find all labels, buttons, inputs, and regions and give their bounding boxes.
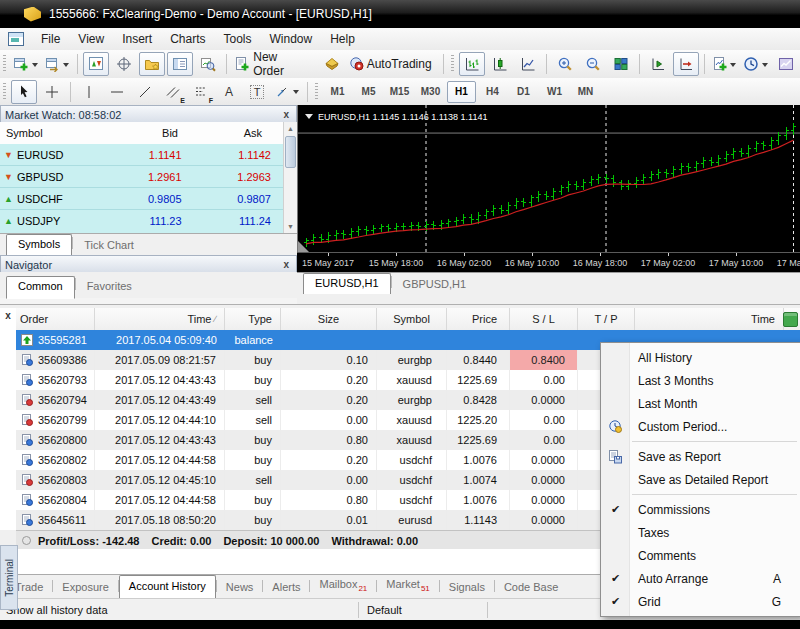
toolbar-grip[interactable] bbox=[315, 83, 318, 101]
column-symbol[interactable]: Symbol bbox=[0, 127, 116, 139]
zoom-in-button[interactable] bbox=[552, 52, 578, 76]
templates-button[interactable] bbox=[773, 52, 799, 76]
menu-view[interactable]: View bbox=[69, 29, 113, 49]
horizontal-line-tool[interactable] bbox=[104, 80, 130, 104]
timeframe-h4[interactable]: H4 bbox=[478, 81, 507, 103]
tab-tick-chart[interactable]: Tick Chart bbox=[73, 236, 145, 255]
menu-item-save-as-detailed-report[interactable]: Save as Detailed Report bbox=[601, 468, 800, 491]
chart-area[interactable]: EURUSD,H1 1.1145 1.1146 1.1138 1.1141 bbox=[297, 105, 800, 252]
chart-shift-toggle[interactable] bbox=[673, 52, 699, 76]
scroll-up-icon[interactable]: ▲ bbox=[284, 122, 297, 135]
menu-insert[interactable]: Insert bbox=[113, 29, 161, 49]
menu-charts[interactable]: Charts bbox=[161, 29, 214, 49]
fibonacci-tool[interactable]: F bbox=[188, 80, 214, 104]
shapes-tool[interactable] bbox=[272, 80, 302, 104]
market-watch-row[interactable]: ▼GBPUSD1.29611.2963 bbox=[0, 166, 284, 188]
header-type[interactable]: Type bbox=[225, 308, 281, 330]
new-order-button[interactable]: New Order bbox=[232, 52, 316, 76]
navigator-toggle[interactable] bbox=[139, 52, 165, 76]
table-grid-icon[interactable] bbox=[783, 312, 798, 327]
profiles-button[interactable] bbox=[43, 52, 73, 76]
timeframe-m1[interactable]: M1 bbox=[323, 81, 352, 103]
vertical-line-tool[interactable] bbox=[76, 80, 102, 104]
market-watch-row[interactable]: ▼EURUSD1.11411.1142 bbox=[0, 144, 284, 166]
terminal-tab-market[interactable]: Market51 bbox=[377, 574, 439, 598]
price-chart[interactable] bbox=[298, 105, 800, 252]
timeframe-m30[interactable]: M30 bbox=[416, 81, 445, 103]
terminal-tab-mailbox[interactable]: Mailbox21 bbox=[310, 574, 376, 598]
strategy-tester-toggle[interactable] bbox=[195, 52, 221, 76]
terminal-tab-account-history[interactable]: Account History bbox=[119, 575, 216, 599]
title-bar[interactable]: 1555666: FxClearing-Demo - Demo Account … bbox=[0, 0, 800, 28]
chart-window-icon[interactable] bbox=[8, 32, 24, 46]
header-size[interactable]: Size bbox=[281, 308, 377, 330]
tab-symbols[interactable]: Symbols bbox=[6, 234, 72, 256]
channel-tool[interactable]: E bbox=[160, 80, 186, 104]
market-watch-toggle[interactable] bbox=[83, 52, 109, 76]
toolbar-grip[interactable] bbox=[451, 55, 454, 73]
close-icon[interactable]: x bbox=[280, 109, 292, 120]
autotrading-button[interactable]: AutoTrading bbox=[347, 52, 438, 76]
bar-chart-button[interactable] bbox=[459, 52, 485, 76]
scroll-down-icon[interactable]: ▼ bbox=[284, 220, 297, 233]
menu-item-last-month[interactable]: Last Month bbox=[601, 392, 800, 415]
column-bid[interactable]: Bid bbox=[116, 127, 190, 139]
text-tool[interactable]: A bbox=[216, 80, 242, 104]
trendline-tool[interactable] bbox=[132, 80, 158, 104]
menu-item-custom-period-[interactable]: Custom Period... bbox=[601, 415, 800, 438]
menu-item-grid[interactable]: ✔GridG bbox=[601, 590, 800, 613]
chart-tab-gbpusd-h1[interactable]: GBPUSD,H1 bbox=[392, 275, 478, 294]
menu-item-comments[interactable]: Comments bbox=[601, 544, 800, 567]
chart-tab-eurusd-h1[interactable]: EURUSD,H1 bbox=[303, 273, 391, 295]
toolbar-grip[interactable] bbox=[3, 83, 6, 101]
periods-button[interactable] bbox=[741, 52, 771, 76]
status-profile[interactable]: Default bbox=[359, 604, 487, 616]
menu-item-save-as-report[interactable]: Save as Report bbox=[601, 445, 800, 468]
timeframe-mn[interactable]: MN bbox=[571, 81, 600, 103]
market-watch-row[interactable]: ▲USDCHF0.98050.9807 bbox=[0, 188, 284, 210]
menu-file[interactable]: File bbox=[32, 29, 69, 49]
data-window-toggle[interactable] bbox=[111, 52, 137, 76]
menu-item-last-3-months[interactable]: Last 3 Months bbox=[601, 369, 800, 392]
tab-favorites[interactable]: Favorites bbox=[76, 277, 143, 296]
menu-tools[interactable]: Tools bbox=[215, 29, 261, 49]
header-time[interactable]: Time bbox=[635, 308, 784, 330]
auto-scroll-toggle[interactable] bbox=[645, 52, 671, 76]
timeframe-m15[interactable]: M15 bbox=[385, 81, 414, 103]
close-icon[interactable]: x bbox=[280, 259, 292, 270]
timeframe-d1[interactable]: D1 bbox=[509, 81, 538, 103]
menu-item-auto-arrange[interactable]: ✔Auto ArrangeA bbox=[601, 567, 800, 590]
chart-time-axis[interactable]: 15 May 201715 May 18:0016 May 02:0016 Ma… bbox=[297, 252, 800, 273]
header-tp[interactable]: T / P bbox=[578, 308, 635, 330]
scrollbar-thumb[interactable] bbox=[285, 136, 296, 168]
header-order[interactable]: Order bbox=[16, 308, 95, 330]
menu-item-taxes[interactable]: Taxes bbox=[601, 521, 800, 544]
terminal-side-label[interactable]: Terminal bbox=[0, 545, 18, 610]
chevron-down-icon[interactable] bbox=[305, 114, 313, 123]
metaeditor-button[interactable] bbox=[319, 52, 345, 76]
terminal-tab-alerts[interactable]: Alerts bbox=[263, 577, 309, 598]
menu-help[interactable]: Help bbox=[321, 29, 364, 49]
label-tool[interactable]: T bbox=[244, 80, 270, 104]
timeframe-h1[interactable]: H1 bbox=[447, 81, 476, 103]
header-price[interactable]: Price bbox=[447, 308, 510, 330]
terminal-tab-code-base[interactable]: Code Base bbox=[495, 577, 567, 598]
crosshair-tool[interactable] bbox=[39, 80, 65, 104]
terminal-tab-signals[interactable]: Signals bbox=[440, 577, 494, 598]
menu-item-commissions[interactable]: ✔Commissions bbox=[601, 498, 800, 521]
timeframe-w1[interactable]: W1 bbox=[540, 81, 569, 103]
candlestick-chart-button[interactable] bbox=[487, 52, 513, 76]
terminal-toggle[interactable] bbox=[167, 52, 193, 76]
indicators-button[interactable] bbox=[710, 52, 740, 76]
chart-ohlc-label[interactable]: EURUSD,H1 1.1145 1.1146 1.1138 1.1141 bbox=[305, 110, 487, 123]
column-ask[interactable]: Ask bbox=[190, 127, 274, 139]
new-chart-button[interactable] bbox=[11, 52, 41, 76]
menu-item-all-history[interactable]: All History bbox=[601, 346, 800, 369]
cursor-tool[interactable] bbox=[11, 80, 37, 104]
timeframe-m5[interactable]: M5 bbox=[354, 81, 383, 103]
terminal-tab-news[interactable]: News bbox=[217, 577, 263, 598]
close-icon[interactable]: x bbox=[0, 310, 16, 321]
menu-window[interactable]: Window bbox=[261, 29, 322, 49]
header-symbol[interactable]: Symbol bbox=[377, 308, 447, 330]
toolbar-grip[interactable] bbox=[3, 55, 6, 73]
